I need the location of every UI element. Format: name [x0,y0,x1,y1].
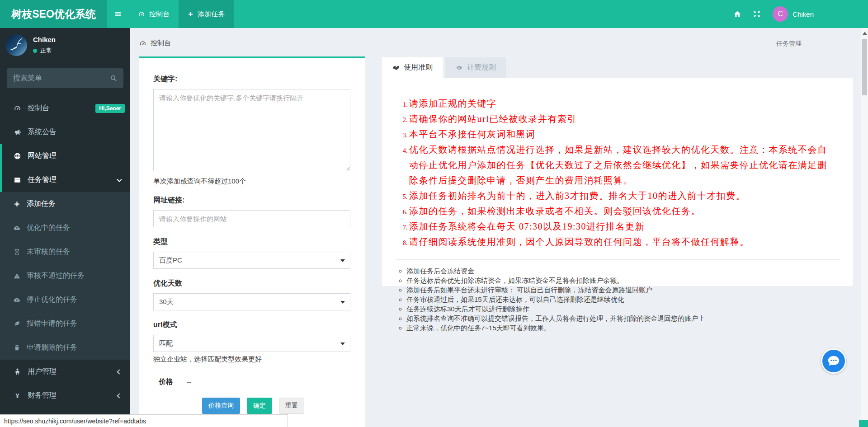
sidebar-item-label: 控制台 [28,103,49,113]
caret-down-icon [340,301,345,304]
sidebar-item-stopped-tasks[interactable]: 停止优化的任务 [0,288,130,312]
rules-tabs: 使用准则 计费规则 [382,57,506,78]
type-select[interactable]: 百度PC [153,252,350,269]
sidebar-item-label: 优化中的任务 [27,223,70,233]
confirm-button[interactable]: 确定 [247,398,272,414]
rule-item: 添加任务系统将会在每天 07:30以及19:30进行排名更新 [409,219,832,234]
home-icon [734,10,741,18]
user-status[interactable]: 正常 [33,47,56,55]
sidebar-item-label: 财务管理 [28,391,57,400]
sidebar-item-tasks[interactable]: 任务管理 [0,168,130,192]
sidebar-item-dashboard[interactable]: 控制台 Hi,Seoer [0,96,130,120]
sidebar-item-label: 系统公告 [28,127,57,137]
nav-tab-label: 添加任务 [198,10,225,19]
yen-icon: ¥ [14,392,21,399]
rule-item: 请确保你的网站url已经被收录并有索引 [409,111,832,127]
note-item: 添加任务后会冻结资金 [406,266,839,276]
url-mode-select[interactable]: 匹配 [153,335,350,352]
price-query-button[interactable]: 价格查询 [202,398,240,414]
website-url-label: 网址链接: [153,196,350,205]
rule-item: 请仔细阅读系统使用准则，因个人原因导致的任何问题，平台将不做任何解释。 [409,234,832,249]
note-item: 任务连续达标30天后才可以进行删除操作 [406,304,839,314]
rule-item: 优化天数请根据站点情况进行选择，如果是新站，建议选择较大的优化天数。注意：本系统… [409,142,832,188]
sidebar-item-optimizing-tasks[interactable]: 优化中的任务 [0,216,130,240]
days-select[interactable]: 30天 [153,293,350,310]
chat-widget-button[interactable] [821,348,846,374]
sidebar-menu: 控制台 Hi,Seoer 系统公告 网站管理 任务管理 添加任务 [0,96,130,408]
url-mode-select-value: 匹配 [159,339,173,348]
gauge-icon [138,10,145,18]
cloud-download-icon [14,296,20,303]
tab-usage-rules[interactable]: 使用准则 [382,57,443,78]
note-item: 如系统排名查询不准确可以提交错误报告，工作人员将会进行处理，并将扣除的资金退回您… [406,314,839,323]
sidebar-toggle-button[interactable] [107,0,129,28]
sidebar: Chiken 正常 控制台 Hi,Seoer 系统公告 [0,28,130,427]
keywords-textarea[interactable] [153,89,350,171]
rule-item: 请添加正规的关键字 [409,96,832,111]
menu-search-input[interactable] [13,74,110,82]
type-label: 类型 [153,237,350,247]
caret-down-icon [340,343,345,345]
sidebar-item-websites[interactable]: 网站管理 [0,144,130,168]
sidebar-item-unreviewed-tasks[interactable]: 未审核的任务 [0,240,130,264]
sidebar-item-label: 任务管理 [28,175,57,185]
search-icon[interactable] [110,75,117,82]
scrollbar-thumb[interactable] [862,39,867,95]
sidebar-item-label: 报错申请的任务 [27,319,77,328]
breadcrumb: 控制台 [139,39,171,47]
status-dot-icon [33,49,37,53]
hamburger-icon [114,10,122,18]
usage-rules-panel: 请添加正规的关键字 请确保你的网站url已经被收录并有索引 本平台不承接任何灰词… [382,78,853,286]
caret-down-icon [340,259,345,262]
website-url-input[interactable] [153,210,350,227]
sidebar-item-announcements[interactable]: 系统公告 [0,120,130,144]
tab-label: 使用准则 [404,63,433,72]
form-buttons: 价格查询 确定 重置 [202,398,350,414]
sidebar-user-panel: Chiken 正常 [0,28,130,61]
note-item: 正常来说，优化中的任务7~15天即可看到效果。 [406,323,839,333]
sidebar-item-error-report-tasks[interactable]: 报错申请的任务 [0,312,130,336]
user-menu[interactable]: C Chiken [773,6,814,22]
add-task-form-card: 关键字: 单次添加或查询不得超过100个 网址链接: 类型 百度PC 优化天数 … [139,56,365,427]
avatar: C [773,6,788,22]
nav-item-dashboard[interactable]: 控制台 [129,0,179,28]
user-avatar [5,34,27,56]
sidebar-item-rejected-tasks[interactable]: 审核不通过的任务 [0,264,130,288]
fullscreen-button[interactable] [753,10,760,18]
sidebar-item-delete-request-tasks[interactable]: 申请删除的任务 [0,336,130,360]
gauge-icon [139,40,146,47]
notes-list: 添加任务后会冻结资金 任务达标后会优先扣除冻结资金，如果冻结资金不足将会扣除账户… [396,266,839,333]
navbar-left: 控制台 添加任务 [107,0,234,28]
note-item: 任务审核通过后，如果15天后还未达标，可以自己选择删除还是继续优化 [406,295,839,304]
breadcrumb-label: 控制台 [151,39,171,47]
keyword-label: 关键字: [153,75,350,84]
price-label: 价格 [159,377,173,387]
breadcrumb-section: 任务管理 [776,40,802,48]
sidebar-item-user-management[interactable]: 用户管理 [0,360,130,384]
keyword-hint: 单次添加或查询不得超过100个 [153,177,350,186]
chevron-down-icon [117,177,122,182]
sidebar-item-label: 用户管理 [28,367,57,376]
globe-icon [14,152,21,160]
sidebar-item-add-task[interactable]: 添加任务 [0,192,130,216]
trash-icon [14,344,20,351]
tab-billing-rules[interactable]: 计费规则 [445,57,506,78]
tab-label: 计费规则 [467,63,496,72]
scroll-up-arrow-icon[interactable] [863,32,867,35]
url-mode-hint: 独立企业站，选择匹配类型效果更好 [153,355,350,364]
nav-tab-add-task[interactable]: 添加任务 [179,0,234,28]
sidebar-item-label: 停止优化的任务 [27,295,77,305]
nav-item-label: 控制台 [149,10,170,19]
gauge-icon [14,104,21,112]
rules-divider [396,259,839,260]
home-button[interactable] [734,10,741,18]
sidebar-item-label: 审核不通过的任务 [27,271,85,281]
hourglass-icon [14,249,20,255]
tasks-submenu: 添加任务 优化中的任务 未审核的任务 审核不通过的任务 停止优化的任务 [0,192,130,360]
sidebar-item-finance-management[interactable]: ¥ 财务管理 [0,384,130,408]
brand-logo[interactable]: 树枝SEO优化系统 [0,0,107,28]
reset-button[interactable]: 重置 [279,398,304,414]
sidebar-user-info: Chiken 正常 [33,36,56,55]
link-status-bar: https://seo.shuzhikj.com/user/website?re… [0,414,288,427]
status-label: 正常 [40,47,52,55]
